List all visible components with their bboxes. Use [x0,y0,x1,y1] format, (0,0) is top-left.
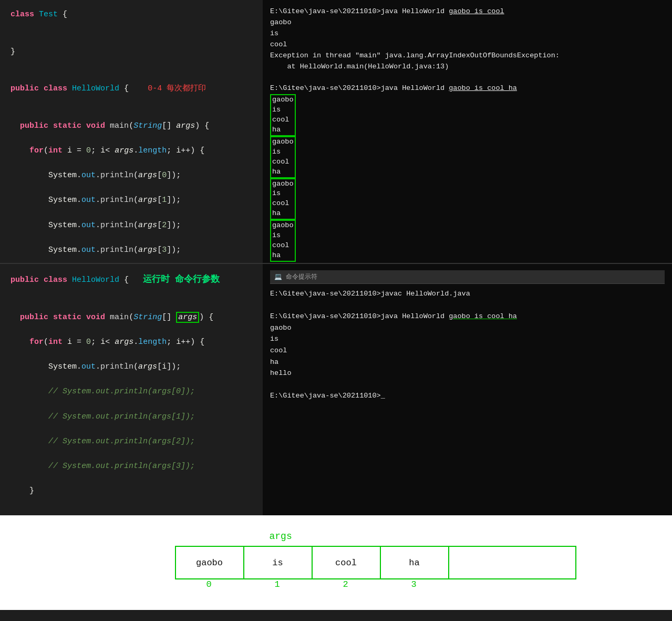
args-cell-0: gaobo [176,547,244,578]
args-table: gaobo is cool ha [175,546,576,579]
bottom-code-panel: public class HelloWorld { 运行时 命令行参数 publ… [0,264,263,515]
top-section: class Test { } public class HelloWorld {… [0,0,672,263]
args-cell-2: cool [313,547,381,578]
args-cell-empty [449,547,575,578]
bottom-section: public class HelloWorld { 运行时 命令行参数 publ… [0,263,672,515]
args-cell-1: is [244,547,313,578]
args-index-3: 3 [380,579,448,589]
args-index-1: 1 [243,579,312,589]
terminal-title-bar: 💻 命令提示符 [270,270,665,284]
args-label: args [270,531,292,542]
bottom-terminal-panel: 💻 命令提示符 E:\Gitee\java-se\20211010>javac … [263,264,672,515]
args-index-empty [448,579,574,589]
args-index-0: 0 [175,579,243,589]
top-terminal-panel: E:\Gitee\java-se\20211010>java HelloWorl… [263,0,672,263]
args-cell-3: ha [381,547,449,578]
args-index-2: 2 [312,579,380,589]
terminal-title: 💻 命令提示符 [274,273,317,281]
diagram-section: args gaobo is cool ha 0 1 2 3 [0,515,672,610]
args-indices-row: 0 1 2 3 [175,579,574,589]
top-code-panel: class Test { } public class HelloWorld {… [0,0,263,263]
